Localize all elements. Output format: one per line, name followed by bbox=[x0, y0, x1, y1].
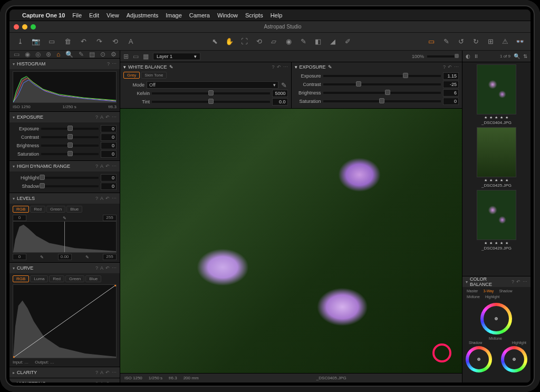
curve-tab-red[interactable]: Red bbox=[49, 275, 64, 282]
filter-icon[interactable]: ◐ bbox=[466, 53, 470, 59]
cb-tab[interactable]: Highlight bbox=[483, 294, 502, 299]
exposure-slider[interactable] bbox=[41, 153, 99, 155]
view-multi-icon[interactable]: ▦ bbox=[143, 53, 149, 60]
levels-tab-red[interactable]: Red bbox=[30, 206, 45, 213]
hdr-slider[interactable] bbox=[41, 185, 99, 187]
rotate-left-icon[interactable]: ↺ bbox=[456, 36, 466, 47]
sort-icon[interactable]: ⇅ bbox=[523, 53, 527, 59]
wb-slider[interactable] bbox=[152, 101, 270, 103]
eyedropper-icon[interactable]: ✎ bbox=[281, 80, 288, 90]
exposure-slider[interactable] bbox=[41, 128, 99, 130]
menu-camera[interactable]: Camera bbox=[189, 12, 210, 18]
grid-icon[interactable]: ⊞ bbox=[485, 36, 496, 47]
curve-tab-blue[interactable]: Blue bbox=[85, 275, 101, 282]
gradient-icon[interactable]: ◢ bbox=[327, 36, 338, 47]
menu-help[interactable]: Help bbox=[271, 12, 283, 18]
minimize-button[interactable] bbox=[22, 24, 27, 30]
eyedropper-icon[interactable]: ✎ bbox=[85, 255, 89, 260]
picker-icon[interactable]: ✐ bbox=[342, 36, 353, 47]
pause-icon[interactable]: ⏸ bbox=[474, 53, 479, 59]
wb-tab[interactable]: Skin Tone bbox=[141, 72, 167, 79]
eyedropper-icon[interactable]: ✎ bbox=[40, 255, 44, 260]
reset-icon[interactable]: ↶ bbox=[105, 114, 110, 120]
edit-icon[interactable]: ✎ bbox=[169, 64, 173, 70]
rotate-right-icon[interactable]: ↻ bbox=[470, 36, 481, 47]
annotate-icon[interactable]: ✎ bbox=[441, 36, 451, 47]
image-viewport[interactable] bbox=[120, 109, 462, 373]
exposure-slider[interactable] bbox=[41, 136, 99, 138]
zoom-button[interactable] bbox=[31, 24, 36, 30]
tab-color-icon[interactable]: ⊛ bbox=[46, 51, 51, 58]
hdr-value[interactable]: 0 bbox=[101, 183, 117, 190]
exposure2-value[interactable]: -25 bbox=[443, 81, 459, 88]
search-icon[interactable]: 🔍 bbox=[514, 53, 520, 59]
levels-out-hi[interactable]: 255 bbox=[103, 254, 117, 260]
text-icon[interactable]: A bbox=[126, 36, 136, 47]
wb-value[interactable]: 5000 bbox=[272, 90, 288, 97]
tab-exposure-icon[interactable]: ⌂ bbox=[56, 51, 60, 58]
wb-slider[interactable] bbox=[152, 92, 270, 94]
exposure-value[interactable]: 0 bbox=[101, 125, 117, 132]
keystone-icon[interactable]: ▱ bbox=[268, 36, 279, 47]
levels-in-lo[interactable]: 0 bbox=[13, 215, 26, 221]
trash-icon[interactable]: 🗑 bbox=[62, 36, 73, 47]
curve-tab-green[interactable]: Green bbox=[65, 275, 84, 282]
exposure2-value[interactable]: 6 bbox=[443, 89, 459, 97]
menu-file[interactable]: File bbox=[72, 12, 82, 18]
help-icon[interactable]: ? bbox=[107, 61, 110, 66]
exposure2-slider[interactable] bbox=[323, 92, 441, 94]
help-icon[interactable]: ? bbox=[95, 114, 98, 120]
close-button[interactable] bbox=[14, 24, 19, 30]
tab-lens-icon[interactable]: ◎ bbox=[35, 51, 41, 58]
menu-icon[interactable]: ⋯ bbox=[112, 61, 117, 66]
thumbnail-item[interactable]: ★ ★ ★ ★ ★ _DSC0425.JPG bbox=[465, 127, 528, 188]
tab-adjust-icon[interactable]: ✎ bbox=[79, 51, 84, 58]
curve-tab-luma[interactable]: Luma bbox=[30, 275, 48, 282]
cb-tab[interactable]: Shadow bbox=[497, 289, 514, 293]
cb-tab[interactable]: 3-Way bbox=[481, 289, 496, 293]
cb-tab[interactable]: Master bbox=[465, 289, 480, 293]
brush-icon[interactable]: ✎ bbox=[298, 36, 308, 47]
app-name[interactable]: Capture One 10 bbox=[22, 12, 65, 18]
exposure-slider[interactable] bbox=[41, 145, 99, 147]
eyedropper-icon[interactable]: ✎ bbox=[63, 216, 66, 221]
redo-icon[interactable]: ↷ bbox=[94, 36, 104, 47]
opacity-slider[interactable] bbox=[427, 55, 459, 58]
highlight-wheel[interactable] bbox=[501, 346, 527, 372]
spot-icon[interactable]: ◉ bbox=[283, 36, 294, 47]
cb-tab[interactable]: Midtone bbox=[465, 294, 482, 299]
chevron-right-icon[interactable]: ▸ bbox=[13, 381, 15, 383]
chevron-down-icon[interactable]: ▾ bbox=[13, 115, 15, 120]
chevron-down-icon[interactable]: ▾ bbox=[13, 62, 15, 66]
wb-mode-select[interactable]: Off▾ bbox=[147, 81, 278, 89]
rotate-tool-icon[interactable]: ⟲ bbox=[254, 36, 264, 47]
edit-icon[interactable]: ✎ bbox=[328, 64, 332, 70]
menu-image[interactable]: Image bbox=[166, 12, 182, 18]
eraser-icon[interactable]: ◧ bbox=[313, 36, 323, 47]
levels-out-mid[interactable]: 0.00 bbox=[58, 254, 72, 260]
view-single-icon[interactable]: ▭ bbox=[133, 53, 139, 60]
menu-icon[interactable]: ⋯ bbox=[112, 114, 117, 120]
capture-icon[interactable]: 📷 bbox=[31, 36, 41, 47]
chevron-down-icon[interactable]: ▾ bbox=[13, 266, 15, 271]
shadow-wheel[interactable] bbox=[466, 346, 492, 372]
exposure2-value[interactable]: 1.15 bbox=[443, 72, 459, 80]
levels-tab-rgb[interactable]: RGB bbox=[13, 206, 29, 213]
chevron-down-icon[interactable]: ▾ bbox=[466, 280, 468, 284]
chevron-down-icon[interactable]: ▾ bbox=[13, 164, 15, 169]
thumbnail-item[interactable]: ★ ★ ★ ★ ★ _DSC0404.JPG bbox=[465, 64, 528, 125]
exposure-value[interactable]: 0 bbox=[101, 150, 117, 158]
midtone-wheel[interactable] bbox=[480, 303, 512, 334]
tab-output-icon[interactable]: ⊙ bbox=[100, 51, 105, 58]
wb-value[interactable]: 0.0 bbox=[272, 98, 288, 106]
tab-library-icon[interactable]: ▭ bbox=[14, 51, 20, 58]
import-icon[interactable]: ⤓ bbox=[15, 36, 25, 47]
hdr-value[interactable]: 0 bbox=[101, 174, 117, 181]
wb-tab[interactable]: Grey bbox=[123, 72, 140, 79]
exposure2-value[interactable]: 0 bbox=[443, 98, 459, 105]
exposure-value[interactable]: 0 bbox=[101, 133, 117, 141]
hand-icon[interactable]: ✋ bbox=[224, 36, 235, 47]
levels-tab-green[interactable]: Green bbox=[46, 206, 65, 213]
reset-icon[interactable]: ⟲ bbox=[110, 36, 120, 47]
exposure2-slider[interactable] bbox=[323, 100, 441, 102]
